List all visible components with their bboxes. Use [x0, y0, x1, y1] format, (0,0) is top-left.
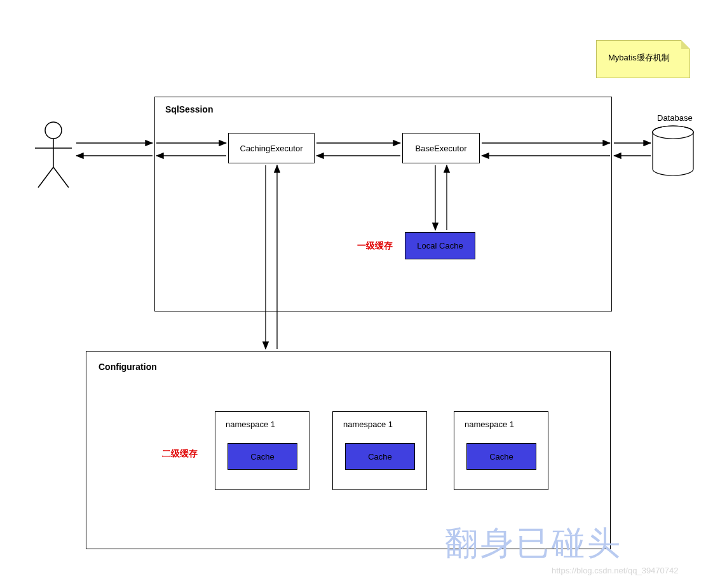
svg-point-5 [653, 126, 693, 139]
cache-box-1: Cache [228, 443, 297, 470]
note-fold-icon [681, 40, 690, 49]
namespace-title-2: namespace 1 [343, 420, 393, 429]
configuration-title: Configuration [99, 362, 157, 372]
svg-line-4 [53, 167, 69, 188]
sqlsession-title: SqlSession [165, 104, 213, 114]
cache-box-3: Cache [466, 443, 536, 470]
svg-point-6 [653, 126, 693, 139]
sqlsession-container [154, 97, 612, 311]
level2-cache-label: 二级缓存 [162, 448, 198, 460]
cache-box-2: Cache [345, 443, 415, 470]
base-executor-label: BaseExecutor [416, 144, 467, 153]
svg-point-0 [45, 122, 62, 139]
database-label: Database [657, 113, 693, 123]
local-cache-box: Local Cache [405, 232, 475, 259]
sticky-note: Mybatis缓存机制 [596, 40, 690, 78]
base-executor-box: BaseExecutor [402, 133, 480, 163]
watermark-big: 翻身已碰头 [445, 521, 623, 566]
svg-line-3 [38, 167, 53, 188]
diagram-canvas: Mybatis缓存机制 SqlSession CachingExecutor B… [0, 0, 727, 588]
level1-cache-label: 一级缓存 [357, 240, 393, 252]
cache-label-1: Cache [250, 452, 275, 462]
note-text: Mybatis缓存机制 [608, 52, 670, 64]
cache-label-2: Cache [368, 452, 392, 462]
caching-executor-box: CachingExecutor [228, 133, 315, 163]
caching-executor-label: CachingExecutor [240, 144, 303, 153]
cache-label-3: Cache [489, 452, 513, 462]
local-cache-label: Local Cache [417, 241, 463, 250]
namespace-title-3: namespace 1 [465, 420, 514, 429]
namespace-title-1: namespace 1 [226, 420, 275, 429]
watermark-small: https://blog.csdn.net/qq_39470742 [552, 566, 679, 575]
